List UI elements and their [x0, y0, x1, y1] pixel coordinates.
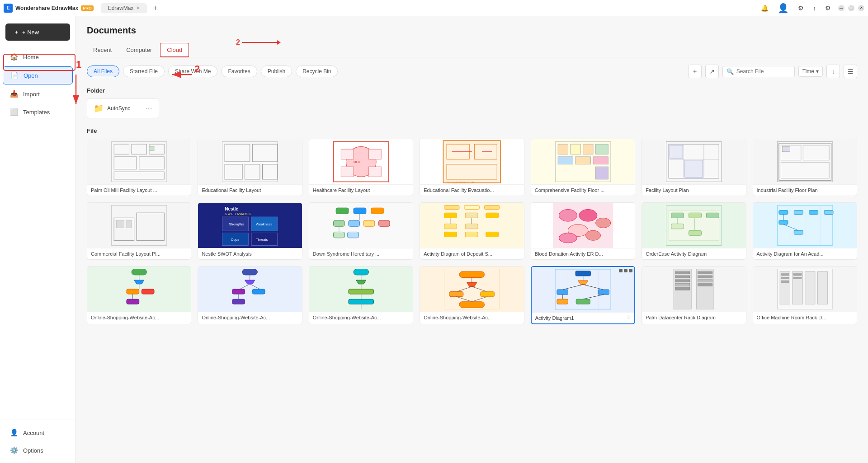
svg-rect-70	[333, 220, 344, 226]
filter-all-files[interactable]: All Files	[87, 65, 119, 77]
folder-more-icon[interactable]: ⋯	[145, 104, 152, 113]
view-options-button[interactable]: ☰	[844, 65, 857, 78]
svg-rect-157	[481, 292, 495, 297]
svg-rect-90	[486, 232, 499, 237]
svg-rect-136	[232, 289, 245, 294]
file-card-1[interactable]: Educational Facility Layout	[198, 139, 302, 196]
file-name-3: Educational Facility Evacuatio...	[420, 184, 524, 196]
file-card-8[interactable]: Nestlé S.W.O.T ANALYSIS Strengths Weakne…	[198, 202, 302, 260]
minimize-button[interactable]: —	[838, 5, 844, 11]
sidebar-item-open[interactable]: 📄 Open	[3, 66, 73, 84]
svg-rect-79	[464, 206, 479, 210]
export-button[interactable]: ↗	[705, 65, 719, 78]
folder-section-label: Folder	[87, 87, 857, 94]
upload-icon[interactable]: ↑	[813, 5, 816, 12]
tab-cloud[interactable]: Cloud	[160, 43, 189, 57]
gear-icon[interactable]: ⚙	[825, 5, 831, 12]
tab-computer[interactable]: Computer	[120, 43, 158, 57]
svg-rect-47	[782, 147, 790, 152]
sidebar: ＋ + New 🏠 Home 📄 Open 📥 Import ⬜ Templat…	[0, 16, 76, 463]
restore-button[interactable]: ⬜	[848, 5, 854, 11]
svg-rect-187	[698, 284, 712, 286]
options-icon: ⚙️	[10, 446, 19, 454]
file-card-17[interactable]: Online-Shopping-Website-Ac...	[420, 266, 524, 324]
svg-rect-27	[558, 144, 568, 154]
file-card-12[interactable]: OrderEase Activity Diagram	[642, 202, 746, 260]
svg-rect-7	[149, 147, 154, 151]
svg-rect-196	[781, 281, 789, 282]
sidebar-item-account[interactable]: 👤 Account	[3, 424, 73, 441]
svg-rect-194	[781, 274, 789, 276]
svg-rect-192	[805, 271, 815, 304]
svg-text:MED: MED	[354, 160, 360, 164]
file-card-6[interactable]: Industrial Facility Floor Plan	[753, 139, 857, 196]
new-tab-button[interactable]: +	[150, 3, 160, 14]
svg-rect-139	[232, 299, 245, 304]
add-file-button[interactable]: ＋	[688, 65, 702, 78]
file-card-10[interactable]: Activity Diagram of Deposit S...	[420, 202, 524, 260]
file-card-0[interactable]: Palm Oil Mill Facility Layout ...	[87, 139, 191, 196]
svg-rect-131	[242, 269, 257, 275]
file-card-19[interactable]: Palm Datacenter Rack Diagram	[642, 266, 746, 324]
svg-rect-171	[598, 290, 609, 295]
file-card-11[interactable]: Blood Donation Activity ER D...	[531, 202, 635, 260]
tab-label: EdrawMax	[108, 5, 134, 11]
file-card-13[interactable]: Activity Diagram for An Acad...	[753, 202, 857, 260]
star-icon-18[interactable]: ☆	[626, 314, 632, 321]
filter-starred[interactable]: Starred File	[123, 65, 165, 77]
filter-recycle[interactable]: Recycle Bin	[296, 65, 338, 77]
file-card-9[interactable]: Down Syndrome Hereditary ...	[309, 202, 413, 260]
svg-rect-105	[671, 224, 684, 229]
filter-publish[interactable]: Publish	[261, 65, 292, 77]
file-name-20: Office Machine Room Rack D...	[753, 312, 857, 323]
svg-rect-186	[698, 280, 712, 282]
file-card-20[interactable]: Office Machine Room Rack D...	[753, 266, 857, 324]
svg-text:Threats: Threats	[256, 238, 268, 242]
search-input[interactable]	[736, 68, 791, 75]
file-card-15[interactable]: Online-Shopping-Website-Ac...	[198, 266, 302, 324]
svg-rect-116	[824, 210, 833, 215]
svg-rect-33	[593, 157, 608, 164]
file-thumbnail-10	[420, 203, 524, 248]
tab-close-icon[interactable]: ✕	[136, 5, 140, 10]
svg-rect-78	[444, 206, 459, 210]
file-card-4[interactable]: Comprehensive Facility Floor ...	[531, 139, 635, 196]
notification-icon[interactable]: 🔔	[761, 5, 769, 12]
app-name: Wondershare EdrawMax	[15, 5, 78, 11]
account-icon[interactable]: 👤	[778, 3, 789, 14]
new-button[interactable]: ＋ + New	[5, 23, 70, 41]
filter-share[interactable]: Share With Me	[168, 65, 217, 77]
sidebar-item-options[interactable]: ⚙️ Options	[3, 442, 73, 459]
svg-rect-28	[571, 144, 580, 154]
svg-rect-66	[354, 208, 366, 214]
file-name-15: Online-Shopping-Website-Ac...	[198, 312, 302, 323]
sidebar-item-home[interactable]: 🏠 Home	[3, 48, 73, 65]
file-card-3[interactable]: EVACUATION DIAGRAM Educational Facility …	[420, 139, 524, 196]
tab-recent[interactable]: Recent	[87, 43, 118, 57]
settings2-icon[interactable]: ⚙	[798, 5, 804, 12]
svg-rect-83	[486, 213, 499, 218]
svg-rect-51	[117, 220, 124, 228]
sort-asc-button[interactable]: ↓	[826, 65, 840, 78]
page-title: Documents	[87, 25, 857, 36]
file-card-2[interactable]: MED Healthcare Facility Layout	[309, 139, 413, 196]
svg-rect-141	[354, 269, 368, 275]
file-card-14[interactable]: Online-Shopping-Website-Ac...	[87, 266, 191, 324]
file-card-18[interactable]: Activity Diagram1 ☆	[531, 266, 635, 324]
file-card-7[interactable]: Commercial Facility Layout Pl...	[87, 202, 191, 260]
sidebar-item-templates[interactable]: ⬜ Templates	[3, 103, 73, 121]
filter-favorites[interactable]: Favorites	[221, 65, 257, 77]
app-tab[interactable]: EdrawMax ✕	[101, 3, 147, 13]
close-button[interactable]: ✕	[858, 5, 864, 11]
file-card-16[interactable]: Online-Shopping-Website-Ac...	[309, 266, 413, 324]
import-icon: 📥	[10, 90, 19, 98]
file-card-5[interactable]: Facility Layout Plan	[642, 139, 746, 196]
folder-autosync[interactable]: 📁 AutoSync ⋯	[87, 98, 159, 118]
svg-rect-176	[664, 267, 724, 312]
sidebar-item-import[interactable]: 📥 Import	[3, 85, 73, 103]
svg-rect-118	[779, 220, 788, 224]
svg-rect-160	[459, 302, 485, 308]
svg-rect-87	[466, 224, 478, 229]
sort-selector[interactable]: Time ▾	[798, 66, 823, 77]
app-body: ＋ + New 🏠 Home 📄 Open 📥 Import ⬜ Templat…	[0, 16, 868, 463]
